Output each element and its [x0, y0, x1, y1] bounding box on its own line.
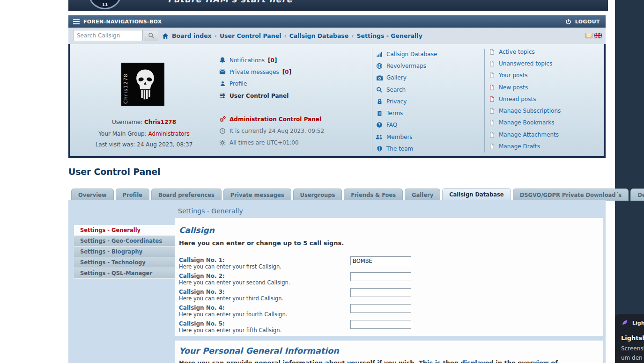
forum-nav-bar: FOREN-NAVIGATIONS-BOX LOGOUT — [68, 15, 606, 28]
terms-link[interactable]: Terms — [386, 110, 403, 116]
callsign-database-link[interactable]: Callsign Database — [386, 51, 437, 58]
bell-icon — [219, 57, 226, 64]
faq-link[interactable]: FAQ — [386, 122, 397, 128]
tab-usergroups[interactable]: Usergroups — [293, 189, 342, 201]
callsign4-input[interactable] — [350, 304, 411, 313]
section-description: Here you can enter or change up to 5 cal… — [179, 240, 344, 247]
breadcrumb-settings-generally[interactable]: Settings - Generally — [356, 32, 422, 39]
manage-bookmarks-link[interactable]: Manage Bookmarks — [499, 119, 555, 126]
breadcrumb-user-control-panel[interactable]: User Control Panel — [220, 32, 281, 39]
shield-icon — [376, 145, 383, 152]
username-line: Username: Chris1278 — [70, 119, 218, 125]
search-button[interactable] — [144, 30, 158, 41]
search-input[interactable] — [73, 30, 143, 41]
signal-bars-icon — [376, 51, 383, 58]
administration-control-panel-link[interactable]: Administration Control Panel — [229, 116, 321, 123]
unanswered-topics-link[interactable]: Unanswered topics — [499, 60, 552, 67]
profile-link[interactable]: Profile — [229, 80, 247, 87]
site-logo: 11 — [88, 0, 122, 9]
tab-profile[interactable]: Profile — [116, 189, 149, 201]
personal-info-panel: Your Personal General Information Here y… — [175, 341, 603, 363]
right-side-strip — [615, 0, 644, 363]
toast-app-name: Lightshot — [632, 320, 644, 326]
toast-title: Lightshot — [621, 334, 644, 341]
active-topics-link[interactable]: Active topics — [499, 49, 535, 55]
callsign5-desc: Here you can enter your fifth Callsign. — [179, 327, 281, 334]
tab-overview[interactable]: Overview — [71, 189, 114, 201]
last-visit-line: Last visit was: 24 Aug 2023, 08:37 — [70, 141, 218, 148]
breadcrumb-separator: ‹ — [215, 32, 217, 39]
user-icon — [219, 80, 226, 87]
callsign5-input[interactable] — [350, 320, 411, 329]
forum-navigation-menu[interactable]: FOREN-NAVIGATIONS-BOX — [73, 18, 162, 25]
menu-settings-technology[interactable]: Settings - Technology — [74, 257, 175, 268]
private-messages-link[interactable]: Private messages — [229, 69, 279, 75]
german-flag-icon[interactable]: D — [585, 33, 592, 38]
clock-icon — [219, 127, 226, 135]
breadcrumb-board-index[interactable]: Board index — [172, 32, 212, 39]
file-icon — [488, 143, 496, 150]
file-icon — [488, 72, 496, 79]
book-icon — [376, 109, 383, 117]
tab-friends-foes[interactable]: Friends & Foes — [344, 189, 403, 201]
nav-menu-label: FOREN-NAVIGATIONS-BOX — [83, 19, 162, 25]
banner-slogan: Future HAM's start here — [168, 0, 293, 4]
tab-board-preferences[interactable]: Board preferences — [151, 189, 222, 201]
notifications-link[interactable]: Notifications — [229, 57, 265, 64]
page-title: User Control Panel — [68, 167, 160, 177]
callsign2-label: Callsign No. 2: — [179, 273, 225, 279]
callsign1-input[interactable] — [350, 256, 411, 265]
uk-flag-icon[interactable] — [594, 33, 602, 38]
file-icon — [488, 107, 496, 115]
power-icon — [565, 18, 572, 25]
callsign4-label: Callsign No. 4: — [179, 305, 225, 311]
menu-settings-geo-coordinates[interactable]: Settings - Geo-Coordinates — [74, 236, 175, 247]
search-link[interactable]: Search — [386, 87, 406, 93]
manage-attachments-link[interactable]: Manage Attachments — [499, 131, 559, 138]
privacy-link[interactable]: Privacy — [386, 98, 407, 105]
envelope-icon — [219, 68, 226, 76]
the-team-link[interactable]: The team — [386, 145, 413, 152]
callsign1-label: Callsign No. 1: — [179, 257, 225, 263]
gear-icon — [219, 139, 226, 146]
file-icon — [488, 48, 496, 56]
search-icon — [376, 86, 383, 94]
menu-settings-qsl-manager[interactable]: Settings - QSL-Manager — [74, 268, 175, 279]
gears-icon — [219, 116, 226, 123]
unread-posts-link[interactable]: Unread posts — [499, 96, 536, 102]
manage-subscriptions-link[interactable]: Manage Subscriptions — [499, 108, 561, 114]
username-link[interactable]: Chris1278 — [144, 119, 176, 125]
tab-delete-my-account[interactable]: Delete My Account — [630, 189, 644, 201]
notifications-count: 0 — [268, 57, 277, 64]
file-icon — [488, 131, 496, 138]
lightshot-notification[interactable]: Lightshot Lightshot Screenshot um den — [615, 314, 644, 363]
ucp-content: Settings - Generally Settings - Generall… — [68, 200, 606, 363]
logout-button[interactable]: LOGOUT — [565, 18, 600, 25]
user-control-panel-link[interactable]: User Control Panel — [229, 93, 289, 99]
your-posts-link[interactable]: Your posts — [499, 72, 528, 79]
members-link[interactable]: Members — [386, 134, 413, 140]
search-icon — [148, 32, 155, 39]
callsign2-input[interactable] — [350, 272, 411, 281]
gallery-link[interactable]: Gallery — [386, 74, 407, 81]
members-icon — [376, 133, 383, 141]
logout-label: LOGOUT — [575, 19, 600, 25]
tab-callsign-database[interactable]: Callsign Database — [442, 188, 511, 201]
column-divider — [372, 49, 372, 152]
callsign4-desc: Here you can enter your fourth Callsign. — [179, 311, 287, 318]
breadcrumb-callsign-database[interactable]: Callsign Database — [289, 32, 349, 39]
callsign3-input[interactable] — [350, 288, 411, 297]
menu-settings-biography[interactable]: Settings - Biography — [74, 247, 175, 257]
private-messages-count: 0 — [282, 69, 291, 75]
group-link[interactable]: Administrators — [148, 131, 190, 137]
revolvermaps-link[interactable]: Revolvermaps — [386, 63, 426, 69]
menu-settings-generally[interactable]: Settings - Generally — [74, 225, 175, 236]
manage-drafts-link[interactable]: Manage Drafts — [499, 143, 540, 150]
callsign3-desc: Here you can enter your third Callsign. — [179, 295, 283, 302]
breadcrumb: Board index ‹ User Control Panel ‹ Calls… — [162, 28, 422, 44]
tab-dsgvo-gdpr[interactable]: DSGVO/GDPR Private Download´s — [513, 189, 629, 201]
user-info-panel: Chris1278 Username: Chris1278 Your Main … — [68, 44, 606, 158]
tab-gallery[interactable]: Gallery — [405, 189, 440, 201]
tab-private-messages[interactable]: Private messages — [223, 189, 291, 201]
new-posts-link[interactable]: New posts — [499, 84, 528, 91]
